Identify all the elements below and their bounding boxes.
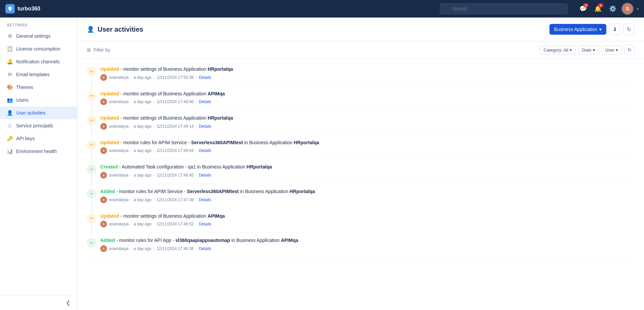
download-button[interactable]: ⬇ xyxy=(609,24,620,35)
notifications-button[interactable]: 🔔 1 xyxy=(592,3,604,15)
activity-separator-2: · xyxy=(153,222,154,226)
settings-button[interactable]: ⚙️ xyxy=(607,3,619,15)
activity-details-link[interactable]: Details xyxy=(199,148,211,153)
search-input[interactable] xyxy=(440,3,568,14)
activity-description: - monitor rules for APIM Service - xyxy=(115,189,187,194)
activity-separator-3: · xyxy=(196,148,197,153)
sidebar-item-api-keys[interactable]: 🔑 API keys xyxy=(0,132,77,145)
activity-title: Added - monitor rules for API App - sl36… xyxy=(100,237,635,244)
topnav-actions: 💬 3 🔔 1 ⚙️ S ▾ xyxy=(577,3,639,15)
activity-title: Updated - monitor rules for APIM Service… xyxy=(100,140,635,146)
activity-meta: Ssowndarya·a day ago·12/11/2024 17:49:40… xyxy=(100,98,635,105)
notifications-badge: 1 xyxy=(598,3,603,7)
filter-refresh-button[interactable]: ↻ xyxy=(624,45,635,55)
activity-details-link[interactable]: Details xyxy=(199,124,211,129)
activity-details-link[interactable]: Details xyxy=(199,173,211,178)
sidebar-section-label: SETTINGS xyxy=(0,23,77,30)
activity-bold-name: Serverless360APIMtest xyxy=(187,189,239,194)
activity-separator: · xyxy=(131,246,132,251)
sidebar-item-label: API keys xyxy=(16,136,35,141)
general-settings-icon: ⚙ xyxy=(7,33,13,39)
refresh-button[interactable]: ↻ xyxy=(623,24,635,35)
logo-icon xyxy=(5,4,15,13)
activity-app-name: HRportalqa xyxy=(247,164,272,169)
activity-user-avatar: S xyxy=(100,123,107,130)
activity-details-link[interactable]: Details xyxy=(199,99,211,104)
app-logo[interactable]: turbo360 xyxy=(5,4,40,13)
activity-user-name: sowndarya xyxy=(109,148,129,153)
user-label: User xyxy=(605,48,614,53)
api-keys-icon: 🔑 xyxy=(7,135,13,142)
activity-description: - monitor settings of Business Applicati… xyxy=(119,91,208,96)
activity-details-link[interactable]: Details xyxy=(199,197,211,202)
activity-description: - monitor settings of Business Applicati… xyxy=(119,66,208,72)
sidebar-item-license-consumption[interactable]: 📋 License consumption xyxy=(0,42,77,55)
sidebar-item-general-settings[interactable]: ⚙ General settings xyxy=(0,30,77,42)
filter-by-label: Filter by xyxy=(94,47,110,53)
search-area xyxy=(440,3,568,14)
activity-timeline-icon-updated: ✏ xyxy=(87,116,96,125)
header-actions: Business Application ▾ ⬇ ↻ xyxy=(549,24,635,35)
sidebar-item-email-templates[interactable]: ✉ Email templates xyxy=(0,68,77,81)
activity-separator-3: · xyxy=(196,75,197,80)
activity-content: Added - monitor rules for APIM Service -… xyxy=(100,188,635,203)
user-filter[interactable]: User ▾ xyxy=(602,45,622,55)
sidebar-item-themes[interactable]: 🎨 Themes xyxy=(0,81,77,94)
activity-time-ago: a day ago xyxy=(134,246,151,251)
app-selector-button[interactable]: Business Application ▾ xyxy=(549,24,606,35)
status-created-label: Created xyxy=(100,164,118,169)
activity-description: - monitor settings of Business Applicati… xyxy=(119,115,208,121)
activity-separator: · xyxy=(131,197,132,202)
activity-time-ago: a day ago xyxy=(134,173,151,178)
sidebar-item-environment-health[interactable]: 📊 Environment health xyxy=(0,145,77,158)
activity-details-link[interactable]: Details xyxy=(199,246,211,251)
activity-meta: Ssowndarya·a day ago·12/11/2024 17:50:38… xyxy=(100,74,635,81)
messages-button[interactable]: 💬 3 xyxy=(577,3,589,15)
activity-meta: Ssowndarya·a day ago·12/11/2024 17:49:04… xyxy=(100,147,635,154)
sidebar-item-label: Users xyxy=(16,97,29,103)
activity-user-name: sowndarya xyxy=(109,99,129,104)
activity-title: Added - monitor rules for APIM Service -… xyxy=(100,188,635,195)
sidebar-collapse-button[interactable]: ❮ xyxy=(0,295,77,310)
activity-description-2: in Business Application xyxy=(230,238,281,243)
sidebar: SETTINGS ⚙ General settings 📋 License co… xyxy=(0,18,77,310)
activity-datetime: 12/11/2024 17:46:52 xyxy=(156,222,193,226)
activity-title: Created - Automated Task configuration -… xyxy=(100,164,635,170)
gear-icon: ⚙️ xyxy=(609,5,616,12)
activity-title: Updated - monitor settings of Business A… xyxy=(100,66,635,73)
sidebar-item-users[interactable]: 👥 Users xyxy=(0,94,77,106)
messages-badge: 3 xyxy=(583,3,588,7)
category-filter[interactable]: Category: All ▾ xyxy=(540,45,576,55)
activity-separator-3: · xyxy=(196,197,197,202)
sidebar-item-label: Themes xyxy=(16,85,33,90)
activity-user-avatar: S xyxy=(100,245,107,252)
activity-item: ✏Updated - monitor settings of Business … xyxy=(87,110,635,135)
filter-icon: ⊞ xyxy=(87,47,91,53)
app-name: turbo360 xyxy=(17,6,40,12)
activity-time-ago: a day ago xyxy=(134,75,151,80)
status-updated-label: Updated xyxy=(100,140,119,145)
user-avatar[interactable]: S xyxy=(621,3,634,15)
activity-timeline-icon-updated: ✏ xyxy=(87,91,96,101)
activity-time-ago: a day ago xyxy=(134,197,151,202)
activity-separator-2: · xyxy=(153,197,154,202)
activity-content: Updated - monitor settings of Business A… xyxy=(100,115,635,130)
activity-datetime: 12/11/2024 17:50:38 xyxy=(156,75,193,80)
sidebar-item-notification-channels[interactable]: 🔔 Notification channels xyxy=(0,55,77,68)
page-title-icon: 👤 xyxy=(87,26,94,33)
activity-user-avatar: S xyxy=(100,147,107,154)
activity-content: Added - monitor rules for API App - sl36… xyxy=(100,237,635,252)
activity-separator-2: · xyxy=(153,173,154,178)
activity-details-link[interactable]: Details xyxy=(199,75,211,80)
activity-item: ✏Updated - monitor rules for APIM Servic… xyxy=(87,135,635,159)
activity-separator-3: · xyxy=(196,99,197,104)
sidebar-item-service-principals[interactable]: ◇ Service principals xyxy=(0,119,77,132)
activity-time-ago: a day ago xyxy=(134,148,151,153)
activity-timeline-icon-updated: ✏ xyxy=(87,214,96,223)
activity-separator-2: · xyxy=(153,75,154,80)
date-filter[interactable]: Date ▾ xyxy=(578,45,599,55)
activity-details-link[interactable]: Details xyxy=(199,222,211,226)
activity-list: ✏Updated - monitor settings of Business … xyxy=(77,59,644,310)
activity-description: - monitor rules for APIM Service - xyxy=(119,140,191,145)
sidebar-item-user-activities[interactable]: 👤 User activities xyxy=(0,106,77,119)
